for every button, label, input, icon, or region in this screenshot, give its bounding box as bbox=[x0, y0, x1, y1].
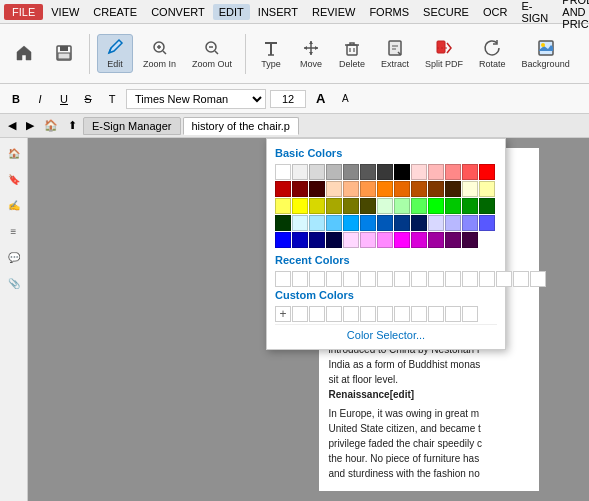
color-swatch[interactable] bbox=[343, 198, 359, 214]
color-swatch[interactable] bbox=[445, 232, 461, 248]
custom-color-swatch[interactable] bbox=[428, 306, 444, 322]
view-menu[interactable]: VIEW bbox=[45, 4, 85, 20]
color-swatch[interactable] bbox=[462, 181, 478, 197]
nav-back-icon[interactable]: ◀ bbox=[4, 117, 20, 134]
background-button[interactable]: Background bbox=[516, 35, 576, 72]
color-swatch[interactable] bbox=[326, 215, 342, 231]
color-swatch[interactable] bbox=[479, 198, 495, 214]
delete-button[interactable]: Delete bbox=[333, 35, 371, 72]
zoom-in-button[interactable]: Zoom In bbox=[137, 35, 182, 72]
recent-color-swatch[interactable] bbox=[530, 271, 546, 287]
color-swatch[interactable] bbox=[428, 232, 444, 248]
color-swatch[interactable] bbox=[411, 215, 427, 231]
color-swatch[interactable] bbox=[428, 215, 444, 231]
color-swatch[interactable] bbox=[445, 198, 461, 214]
custom-color-swatch[interactable] bbox=[377, 306, 393, 322]
color-swatch[interactable] bbox=[377, 164, 393, 180]
color-swatch[interactable] bbox=[343, 215, 359, 231]
underline-button[interactable]: U bbox=[54, 90, 74, 108]
color-swatch[interactable] bbox=[309, 198, 325, 214]
zoom-out-button[interactable]: Zoom Out bbox=[186, 35, 238, 72]
home-icon[interactable]: 🏠 bbox=[40, 117, 62, 134]
color-swatch[interactable] bbox=[394, 164, 410, 180]
color-swatch[interactable] bbox=[292, 164, 308, 180]
color-swatch[interactable] bbox=[377, 198, 393, 214]
recent-color-swatch[interactable] bbox=[496, 271, 512, 287]
color-swatch[interactable] bbox=[411, 181, 427, 197]
color-swatch[interactable] bbox=[445, 164, 461, 180]
color-swatch[interactable] bbox=[360, 198, 376, 214]
extract-button[interactable]: Extract bbox=[375, 35, 415, 72]
italic-button[interactable]: I bbox=[30, 90, 50, 108]
recent-color-swatch[interactable] bbox=[292, 271, 308, 287]
add-color-button[interactable]: + bbox=[275, 306, 291, 322]
review-menu[interactable]: REVIEW bbox=[306, 4, 361, 20]
recent-color-swatch[interactable] bbox=[275, 271, 291, 287]
color-swatch[interactable] bbox=[411, 198, 427, 214]
font-size-input[interactable] bbox=[270, 90, 306, 108]
ocr-menu[interactable]: OCR bbox=[477, 4, 513, 20]
bold-button[interactable]: B bbox=[6, 90, 26, 108]
color-swatch[interactable] bbox=[479, 215, 495, 231]
recent-color-swatch[interactable] bbox=[326, 271, 342, 287]
insert-menu[interactable]: INSERT bbox=[252, 4, 304, 20]
color-swatch[interactable] bbox=[377, 232, 393, 248]
esign-menu[interactable]: E-SIGN bbox=[515, 0, 554, 26]
convert-menu[interactable]: CONVERT bbox=[145, 4, 211, 20]
custom-color-swatch[interactable] bbox=[360, 306, 376, 322]
color-swatch[interactable] bbox=[292, 198, 308, 214]
color-swatch[interactable] bbox=[394, 181, 410, 197]
custom-color-swatch[interactable] bbox=[292, 306, 308, 322]
tab-esign-manager[interactable]: E-Sign Manager bbox=[83, 117, 181, 135]
color-swatch[interactable] bbox=[479, 181, 495, 197]
color-swatch[interactable] bbox=[326, 164, 342, 180]
color-swatch[interactable] bbox=[360, 215, 376, 231]
shrink-font-button[interactable]: A bbox=[335, 90, 355, 107]
color-swatch[interactable] bbox=[360, 232, 376, 248]
split-pdf-button[interactable]: Split PDF bbox=[419, 35, 469, 72]
color-swatch[interactable] bbox=[275, 164, 291, 180]
recent-color-swatch[interactable] bbox=[428, 271, 444, 287]
strikethrough-button[interactable]: S bbox=[78, 90, 98, 108]
color-swatch[interactable] bbox=[309, 215, 325, 231]
recent-color-swatch[interactable] bbox=[479, 271, 495, 287]
color-swatch[interactable] bbox=[326, 198, 342, 214]
rotate-button[interactable]: Rotate bbox=[473, 35, 512, 72]
custom-color-swatch[interactable] bbox=[394, 306, 410, 322]
recent-color-swatch[interactable] bbox=[360, 271, 376, 287]
tab-doc[interactable]: history of the chair.p bbox=[183, 117, 299, 135]
font-name-select[interactable]: Times New Roman Arial Calibri bbox=[126, 89, 266, 109]
move-button[interactable]: Move bbox=[293, 35, 329, 72]
edit-button[interactable]: Edit bbox=[97, 34, 133, 73]
edit-menu[interactable]: EDIT bbox=[213, 4, 250, 20]
sidebar-attach-icon[interactable]: 📎 bbox=[3, 272, 25, 294]
color-swatch[interactable] bbox=[343, 164, 359, 180]
create-menu[interactable]: CREATE bbox=[87, 4, 143, 20]
color-swatch[interactable] bbox=[462, 215, 478, 231]
custom-color-swatch[interactable] bbox=[343, 306, 359, 322]
color-swatch[interactable] bbox=[445, 215, 461, 231]
nav-forward-icon[interactable]: ▶ bbox=[22, 117, 38, 134]
color-swatch[interactable] bbox=[394, 232, 410, 248]
color-swatch[interactable] bbox=[292, 232, 308, 248]
recent-color-swatch[interactable] bbox=[445, 271, 461, 287]
color-swatch[interactable] bbox=[275, 215, 291, 231]
recent-color-swatch[interactable] bbox=[513, 271, 529, 287]
products-menu[interactable]: PRODUCTS AND PRICING bbox=[556, 0, 589, 32]
color-swatch[interactable] bbox=[445, 181, 461, 197]
color-swatch[interactable] bbox=[309, 232, 325, 248]
color-swatch[interactable] bbox=[343, 232, 359, 248]
custom-color-swatch[interactable] bbox=[309, 306, 325, 322]
color-swatch[interactable] bbox=[275, 198, 291, 214]
forms-menu[interactable]: FORMS bbox=[363, 4, 415, 20]
sidebar-esign-icon[interactable]: ✍ bbox=[3, 194, 25, 216]
color-swatch[interactable] bbox=[462, 164, 478, 180]
color-swatch[interactable] bbox=[309, 164, 325, 180]
color-swatch[interactable] bbox=[462, 198, 478, 214]
sidebar-comments-icon[interactable]: 💬 bbox=[3, 246, 25, 268]
grow-font-button[interactable]: A bbox=[310, 88, 331, 109]
color-swatch[interactable] bbox=[326, 181, 342, 197]
sidebar-layers-icon[interactable]: ≡ bbox=[3, 220, 25, 242]
color-swatch[interactable] bbox=[479, 164, 495, 180]
recent-color-swatch[interactable] bbox=[309, 271, 325, 287]
